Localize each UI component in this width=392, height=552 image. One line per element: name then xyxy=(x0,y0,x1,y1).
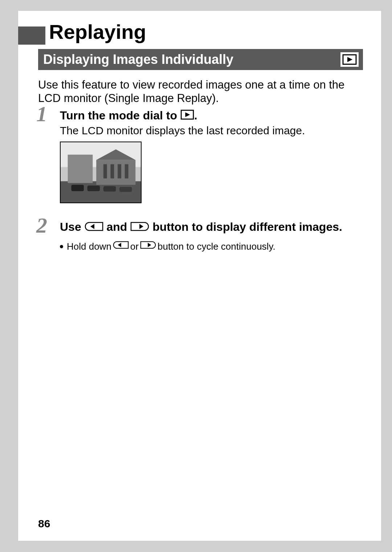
svg-marker-19 xyxy=(139,224,143,229)
svg-rect-16 xyxy=(103,186,116,192)
step-2-heading-part-b: and xyxy=(103,220,131,233)
lcd-example-image xyxy=(60,142,142,203)
step-1-heading-part-b: . xyxy=(194,109,197,122)
right-button-icon xyxy=(140,240,156,252)
step-1: 1 Turn the mode dial to . The LCD monito… xyxy=(38,108,363,137)
step-2-heading-part-a: Use xyxy=(60,220,85,233)
svg-rect-10 xyxy=(103,164,107,179)
bullet-icon xyxy=(60,245,63,248)
svg-marker-20 xyxy=(118,243,121,247)
svg-rect-14 xyxy=(71,185,83,191)
svg-rect-11 xyxy=(111,164,114,179)
svg-rect-15 xyxy=(87,185,100,191)
left-button-icon xyxy=(85,220,103,234)
step-number: 1 xyxy=(36,102,47,127)
svg-marker-3 xyxy=(185,112,190,117)
chapter-bar xyxy=(18,26,45,45)
section-header: Displaying Images Individually xyxy=(38,49,363,70)
right-button-icon xyxy=(130,220,149,234)
step-number: 2 xyxy=(36,213,47,238)
step-2-bullet-part-b: or xyxy=(130,241,139,252)
step-2-heading: Use and button to display different imag… xyxy=(60,220,363,235)
svg-rect-17 xyxy=(119,187,132,192)
intro-text: Use this feature to view recorded images… xyxy=(38,78,363,105)
step-1-heading-part-a: Turn the mode dial to xyxy=(60,109,180,122)
svg-marker-1 xyxy=(347,57,352,62)
step-2-heading-part-c: button to display different images. xyxy=(149,220,342,233)
svg-rect-12 xyxy=(118,164,121,179)
step-2-bullet: Hold down or button to cycle continuousl… xyxy=(60,241,363,252)
page: Replaying Displaying Images Individually… xyxy=(18,11,381,541)
svg-rect-7 xyxy=(68,155,93,183)
step-1-desc: The LCD monitor displays the last record… xyxy=(60,124,363,137)
svg-rect-13 xyxy=(125,164,128,179)
chapter-title: Replaying xyxy=(49,20,146,44)
left-button-icon xyxy=(113,240,129,252)
step-2: 2 Use and button to display different im… xyxy=(38,220,363,252)
section-title: Displaying Images Individually xyxy=(43,52,233,67)
svg-marker-21 xyxy=(148,243,151,247)
playback-icon xyxy=(180,109,194,123)
step-2-bullet-part-c: button to cycle continuously. xyxy=(158,241,275,252)
playback-icon xyxy=(340,52,359,67)
step-2-bullet-part-a: Hold down xyxy=(67,241,111,252)
svg-marker-18 xyxy=(90,224,94,229)
svg-rect-8 xyxy=(96,160,135,185)
step-1-heading: Turn the mode dial to . xyxy=(60,108,363,124)
page-number: 86 xyxy=(38,518,50,530)
